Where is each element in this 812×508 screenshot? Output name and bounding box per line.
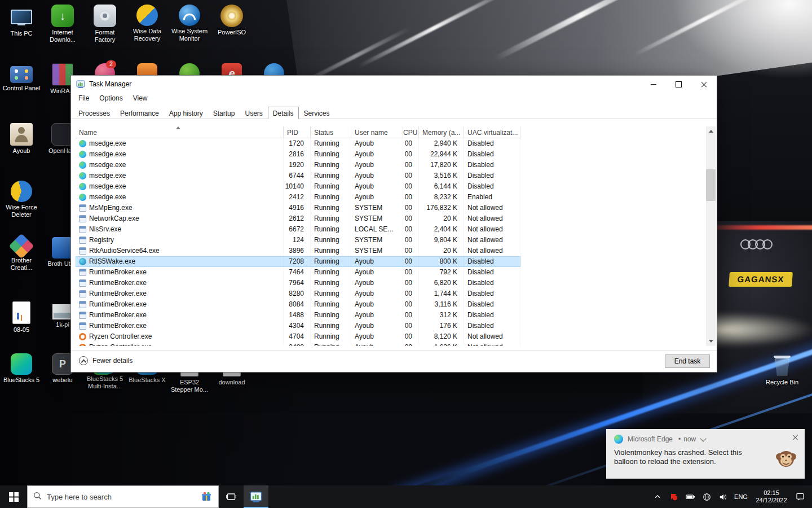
desktop-icon-internet-download-manager[interactable]: Internet Downlo... xyxy=(43,5,82,43)
cell: 3,516 K xyxy=(419,170,464,181)
icon-label: BlueStacks X xyxy=(127,376,167,384)
scroll-down-arrow[interactable] xyxy=(706,336,716,346)
tray-radeon-icon[interactable] xyxy=(667,492,681,501)
table-row[interactable]: Ryzen Controller.exe4704RunningAyoub008,… xyxy=(76,331,520,342)
cell: Disabled xyxy=(464,138,520,149)
language-indicator[interactable]: ENG xyxy=(732,493,750,500)
edge-process-icon xyxy=(79,172,86,179)
desktop-icon-wise-system-monitor[interactable]: Wise System Monitor xyxy=(170,5,209,42)
cell: 8,120 K xyxy=(419,331,464,342)
tunnel-light-corner xyxy=(671,0,812,79)
column-header-pid[interactable]: PID xyxy=(284,126,311,138)
maximize-button[interactable] xyxy=(666,76,691,93)
vertical-scrollbar[interactable] xyxy=(706,126,716,346)
table-row[interactable]: RuntimeBroker.exe7964RunningAyoub006,820… xyxy=(76,278,520,288)
cell: 1720 xyxy=(284,138,311,149)
end-task-button[interactable]: End task xyxy=(665,354,710,368)
desktop-icon-poweriso[interactable]: PowerISO xyxy=(212,5,251,36)
notification-toast[interactable]: Microsoft Edge • now Violentmonkey has c… xyxy=(606,429,805,479)
desktop-icon-brother-creative[interactable]: Brother Creati... xyxy=(2,237,41,271)
desktop-icon-bluestacks-5[interactable]: BlueStacks 5 xyxy=(2,353,41,384)
cell: 4916 xyxy=(284,203,311,213)
desktop-icon-format-factory[interactable]: Format Factory xyxy=(85,5,125,43)
desktop-icon-this-pc[interactable]: This PC xyxy=(2,5,41,37)
menu-view[interactable]: View xyxy=(128,93,153,104)
table-row[interactable]: RuntimeBroker.exe8280RunningAyoub001,744… xyxy=(76,288,520,299)
taskbar-search[interactable] xyxy=(27,485,219,508)
title-bar[interactable]: Task Manager xyxy=(71,76,717,93)
cell: Running xyxy=(311,299,351,310)
taskbar-task-manager-icon[interactable] xyxy=(244,485,268,508)
desktop-icon-recycle-bin[interactable]: Recycle Bin xyxy=(762,353,802,386)
close-button[interactable] xyxy=(691,76,717,93)
cell-name: msedge.exe xyxy=(76,138,284,149)
menu-options[interactable]: Options xyxy=(94,93,127,104)
table-row[interactable]: RtlS5Wake.exe7208RunningAyoub00800 KDisa… xyxy=(76,256,520,267)
cell: Running xyxy=(311,235,351,246)
sys-process-icon xyxy=(79,226,86,233)
cell-name: RuntimeBroker.exe xyxy=(76,267,284,278)
table-row[interactable]: msedge.exe1920RunningAyoub0017,820 KDisa… xyxy=(76,160,520,170)
desktop-icon-wise-force-deleter[interactable]: Wise Force Deleter xyxy=(2,181,41,218)
cell: 3896 xyxy=(284,246,311,256)
desktop-icon-ayoub[interactable]: Ayoub xyxy=(2,123,41,155)
column-header-user-name[interactable]: User name xyxy=(351,126,403,138)
table-row[interactable]: NisSrv.exe6672RunningLOCAL SE...002,404 … xyxy=(76,224,520,235)
icon-label: Recycle Bin xyxy=(762,379,802,386)
table-row[interactable]: RuntimeBroker.exe7464RunningAyoub00792 K… xyxy=(76,267,520,278)
fewer-details-button[interactable]: Fewer details xyxy=(79,356,133,365)
search-input[interactable] xyxy=(42,492,201,502)
sys-process-icon xyxy=(79,279,86,287)
table-row[interactable]: RuntimeBroker.exe8084RunningAyoub003,116… xyxy=(76,299,520,310)
menu-file[interactable]: File xyxy=(73,93,94,104)
action-center-icon[interactable] xyxy=(793,492,807,501)
table-row[interactable]: msedge.exe10140RunningAyoub006,144 KDisa… xyxy=(76,181,520,192)
start-button[interactable] xyxy=(0,485,27,508)
table-row[interactable]: Registry124RunningSYSTEM009,804 KNot all… xyxy=(76,235,520,246)
taskbar-clock[interactable]: 02:15 24/12/2022 xyxy=(752,489,791,504)
task-view-button[interactable] xyxy=(219,485,244,508)
recycle-bin-icon xyxy=(770,353,794,377)
minimize-button[interactable] xyxy=(641,76,666,93)
cell: Ayoub xyxy=(351,342,403,346)
cell: Ayoub xyxy=(351,331,403,342)
table-row[interactable]: RuntimeBroker.exe4304RunningAyoub00176 K… xyxy=(76,321,520,331)
cell: SYSTEM xyxy=(351,213,403,224)
icon-label: Brother Creati... xyxy=(2,257,41,271)
task-manager-window: Task Manager FileOptionsView ProcessesPe… xyxy=(70,75,717,373)
cell: 1,636 K xyxy=(419,342,464,346)
column-header-memory-a[interactable]: Memory (a... xyxy=(419,126,464,138)
cell: 00 xyxy=(403,299,419,310)
cell: 00 xyxy=(403,310,419,321)
table-row[interactable]: msedge.exe6744RunningAyoub003,516 KDisab… xyxy=(76,170,520,181)
scroll-up-arrow[interactable] xyxy=(706,126,716,136)
table-row[interactable]: NetworkCap.exe2612RunningSYSTEM0020 KNot… xyxy=(76,213,520,224)
column-header-cpu[interactable]: CPU xyxy=(403,126,419,138)
table-row[interactable]: MsMpEng.exe4916RunningSYSTEM00176,832 KN… xyxy=(76,203,520,213)
table-row[interactable]: RtkAudioService64.exe3896RunningSYSTEM00… xyxy=(76,246,520,256)
chevron-down-icon[interactable] xyxy=(700,435,707,441)
cell: Not allowed xyxy=(464,246,520,256)
desktop-icon-wise-data-recovery[interactable]: Wise Data Recovery xyxy=(127,5,167,42)
table-row[interactable]: msedge.exe2412RunningAyoub008,232 KEnabl… xyxy=(76,192,520,203)
table-row[interactable]: RuntimeBroker.exe1488RunningAyoub00312 K… xyxy=(76,310,520,321)
cell-name: RuntimeBroker.exe xyxy=(76,321,284,331)
tray-network-icon[interactable] xyxy=(699,493,714,501)
notification-close-icon[interactable] xyxy=(792,434,798,441)
desktop-icon-control-panel[interactable]: Control Panel xyxy=(2,63,41,92)
scroll-thumb[interactable] xyxy=(706,169,716,201)
wise-system-monitor-icon xyxy=(179,5,200,26)
tray-volume-icon[interactable] xyxy=(716,493,730,501)
system-tray: ENG 02:15 24/12/2022 xyxy=(650,485,812,508)
table-row[interactable]: Ryzen Controller.exe3488RunningAyoub001,… xyxy=(76,342,520,346)
column-header-uac-virtualizat[interactable]: UAC virtualizat... xyxy=(464,126,520,138)
table-row[interactable]: msedge.exe1720RunningAyoub002,940 KDisab… xyxy=(76,138,520,149)
cell: SYSTEM xyxy=(351,246,403,256)
column-header-status[interactable]: Status xyxy=(311,126,351,138)
ryzen-process-icon xyxy=(79,333,86,340)
icon-label: Format Factory xyxy=(85,29,125,43)
table-row[interactable]: msedge.exe2816RunningAyoub0022,944 KDisa… xyxy=(76,149,520,160)
tray-chevron-up-icon[interactable] xyxy=(650,493,665,501)
desktop-icon-08-05[interactable]: 08-05 xyxy=(2,301,41,334)
tray-battery-icon[interactable] xyxy=(683,493,698,501)
